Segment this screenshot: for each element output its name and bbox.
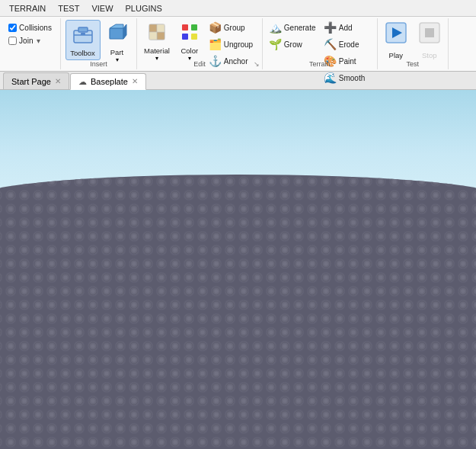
ungroup-icon: 🗂️ — [209, 38, 222, 50]
add-icon: ➕ — [324, 21, 337, 34]
material-button[interactable]: Material ▾ — [140, 20, 174, 64]
group-button[interactable]: 📦 Group — [206, 20, 259, 35]
terrain-label: Terrain — [263, 60, 377, 68]
smooth-label: Smooth — [339, 74, 365, 82]
cloud-icon: ☁ — [78, 77, 87, 87]
tab-baseplate-label: Baseplate — [91, 77, 128, 86]
edit-label: Edit — [137, 60, 262, 68]
erode-button[interactable]: ⛏️ Erode — [321, 37, 374, 52]
svg-rect-22 — [0, 175, 476, 449]
part-label: Part — [110, 48, 123, 56]
part-icon — [107, 22, 128, 47]
menu-view[interactable]: VIEW — [85, 2, 119, 14]
stop-label: Stop — [422, 51, 437, 59]
toolbox-icon — [72, 23, 94, 47]
edit-expand-icon[interactable]: ↘ — [254, 60, 260, 68]
play-button[interactable]: Play — [381, 20, 411, 62]
menu-plugins[interactable]: PLUGINS — [120, 2, 168, 14]
erode-label: Erode — [339, 40, 359, 49]
svg-rect-11 — [149, 32, 157, 40]
menu-bar: TERRAIN TEST VIEW PLUGINS — [0, 0, 476, 17]
svg-marker-6 — [123, 24, 126, 39]
svg-rect-1 — [78, 27, 88, 32]
collisions-label: Collisions — [19, 24, 52, 32]
insert-label: Insert — [61, 60, 136, 68]
toolbox-label: Toolbox — [70, 49, 95, 57]
group-icon: 📦 — [209, 21, 222, 34]
ribbon: Collisions Join ▾ — [0, 17, 476, 72]
svg-marker-5 — [110, 24, 123, 28]
stop-icon — [419, 22, 440, 50]
join-label: Join — [19, 37, 33, 45]
generate-button[interactable]: 🏔️ Generate — [266, 20, 319, 35]
stop-button[interactable]: Stop — [414, 20, 445, 62]
svg-rect-4 — [110, 28, 123, 39]
group-label: Group — [224, 24, 245, 32]
viewport[interactable] — [0, 90, 476, 449]
test-label: Test — [378, 60, 448, 68]
join-checkbox[interactable]: Join ▾ — [7, 36, 42, 46]
part-button[interactable]: Part ▾ — [102, 20, 133, 66]
play-label: Play — [389, 51, 403, 59]
terrain-ground — [0, 175, 476, 449]
svg-rect-19 — [425, 28, 434, 37]
toolbox-button[interactable]: Toolbox — [65, 20, 101, 60]
tab-start-page[interactable]: Start Page ✕ — [3, 72, 69, 89]
svg-rect-10 — [157, 24, 165, 32]
menu-terrain[interactable]: TERRAIN — [3, 2, 52, 14]
grow-label: Grow — [284, 40, 302, 49]
tab-baseplate[interactable]: ☁ Baseplate ✕ — [70, 73, 146, 90]
svg-rect-13 — [191, 24, 197, 30]
tab-start-page-close[interactable]: ✕ — [55, 78, 61, 85]
terrain-svg — [0, 175, 476, 449]
play-icon — [385, 22, 407, 50]
color-button[interactable]: Color ▾ — [175, 20, 204, 64]
svg-rect-8 — [149, 24, 157, 32]
svg-rect-14 — [182, 34, 188, 40]
ungroup-label: Ungroup — [224, 40, 253, 49]
generate-icon: 🏔️ — [269, 21, 282, 34]
material-label: Material — [144, 47, 170, 55]
smooth-button[interactable]: 🌊 Smooth — [321, 70, 374, 85]
tab-start-page-label: Start Page — [11, 77, 51, 86]
svg-rect-12 — [182, 24, 188, 30]
color-label: Color — [180, 47, 198, 55]
collisions-checkbox[interactable]: Collisions — [7, 23, 53, 33]
add-button[interactable]: ➕ Add — [321, 20, 374, 35]
tab-baseplate-close[interactable]: ✕ — [132, 78, 138, 85]
add-label: Add — [339, 24, 353, 32]
svg-rect-9 — [157, 32, 165, 40]
join-dropdown[interactable]: ▾ — [37, 37, 40, 45]
menu-test[interactable]: TEST — [52, 2, 85, 14]
grow-button[interactable]: 🌱 Grow — [266, 37, 319, 52]
material-icon — [147, 22, 167, 45]
svg-rect-3 — [81, 33, 85, 35]
ungroup-button[interactable]: 🗂️ Ungroup — [206, 37, 259, 52]
color-icon — [180, 22, 200, 45]
generate-label: Generate — [284, 24, 316, 32]
grow-icon: 🌱 — [269, 38, 282, 50]
smooth-icon: 🌊 — [324, 72, 337, 84]
svg-rect-15 — [191, 34, 197, 40]
erode-icon: ⛏️ — [324, 38, 337, 50]
